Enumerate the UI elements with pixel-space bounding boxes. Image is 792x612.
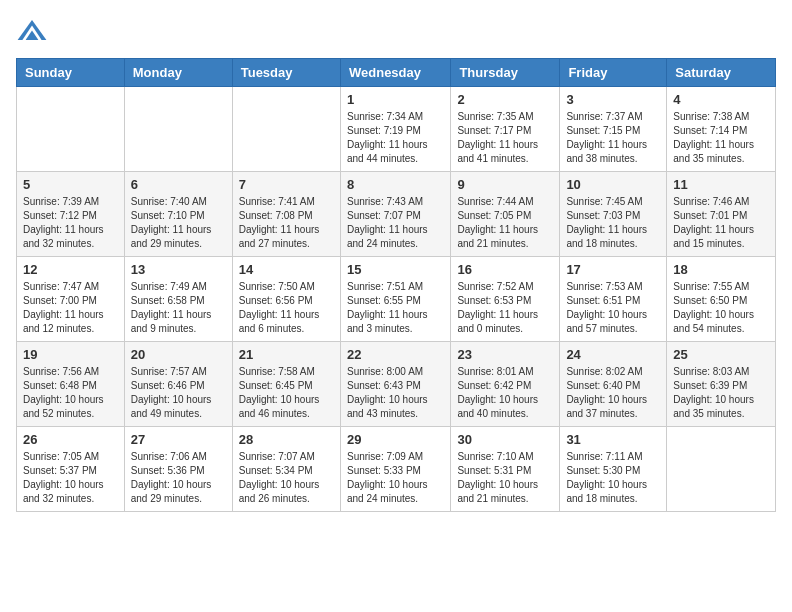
calendar-header-row: SundayMondayTuesdayWednesdayThursdayFrid…: [17, 59, 776, 87]
calendar-week-row: 12Sunrise: 7:47 AM Sunset: 7:00 PM Dayli…: [17, 257, 776, 342]
day-info: Sunrise: 8:01 AM Sunset: 6:42 PM Dayligh…: [457, 365, 553, 421]
day-info: Sunrise: 7:55 AM Sunset: 6:50 PM Dayligh…: [673, 280, 769, 336]
calendar-day-cell: 2Sunrise: 7:35 AM Sunset: 7:17 PM Daylig…: [451, 87, 560, 172]
day-info: Sunrise: 7:56 AM Sunset: 6:48 PM Dayligh…: [23, 365, 118, 421]
calendar-day-cell: 31Sunrise: 7:11 AM Sunset: 5:30 PM Dayli…: [560, 427, 667, 512]
day-number: 9: [457, 177, 553, 192]
calendar-day-cell: 15Sunrise: 7:51 AM Sunset: 6:55 PM Dayli…: [340, 257, 450, 342]
calendar-day-cell: 16Sunrise: 7:52 AM Sunset: 6:53 PM Dayli…: [451, 257, 560, 342]
calendar-day-cell: 20Sunrise: 7:57 AM Sunset: 6:46 PM Dayli…: [124, 342, 232, 427]
day-number: 8: [347, 177, 444, 192]
calendar-day-cell: 4Sunrise: 7:38 AM Sunset: 7:14 PM Daylig…: [667, 87, 776, 172]
calendar-day-cell: 7Sunrise: 7:41 AM Sunset: 7:08 PM Daylig…: [232, 172, 340, 257]
calendar-day-cell: 28Sunrise: 7:07 AM Sunset: 5:34 PM Dayli…: [232, 427, 340, 512]
calendar-empty-cell: [17, 87, 125, 172]
day-info: Sunrise: 7:50 AM Sunset: 6:56 PM Dayligh…: [239, 280, 334, 336]
day-number: 22: [347, 347, 444, 362]
calendar-day-cell: 27Sunrise: 7:06 AM Sunset: 5:36 PM Dayli…: [124, 427, 232, 512]
col-header-sunday: Sunday: [17, 59, 125, 87]
calendar-day-cell: 22Sunrise: 8:00 AM Sunset: 6:43 PM Dayli…: [340, 342, 450, 427]
col-header-friday: Friday: [560, 59, 667, 87]
calendar-day-cell: 17Sunrise: 7:53 AM Sunset: 6:51 PM Dayli…: [560, 257, 667, 342]
calendar-day-cell: 25Sunrise: 8:03 AM Sunset: 6:39 PM Dayli…: [667, 342, 776, 427]
day-number: 24: [566, 347, 660, 362]
day-number: 27: [131, 432, 226, 447]
day-info: Sunrise: 7:06 AM Sunset: 5:36 PM Dayligh…: [131, 450, 226, 506]
day-number: 25: [673, 347, 769, 362]
day-number: 10: [566, 177, 660, 192]
logo-icon: [16, 16, 48, 48]
day-number: 12: [23, 262, 118, 277]
day-info: Sunrise: 7:52 AM Sunset: 6:53 PM Dayligh…: [457, 280, 553, 336]
day-number: 1: [347, 92, 444, 107]
col-header-monday: Monday: [124, 59, 232, 87]
day-number: 7: [239, 177, 334, 192]
col-header-wednesday: Wednesday: [340, 59, 450, 87]
calendar-empty-cell: [667, 427, 776, 512]
day-number: 14: [239, 262, 334, 277]
calendar-day-cell: 18Sunrise: 7:55 AM Sunset: 6:50 PM Dayli…: [667, 257, 776, 342]
calendar-week-row: 1Sunrise: 7:34 AM Sunset: 7:19 PM Daylig…: [17, 87, 776, 172]
day-number: 15: [347, 262, 444, 277]
calendar-empty-cell: [124, 87, 232, 172]
calendar-day-cell: 8Sunrise: 7:43 AM Sunset: 7:07 PM Daylig…: [340, 172, 450, 257]
day-info: Sunrise: 7:38 AM Sunset: 7:14 PM Dayligh…: [673, 110, 769, 166]
day-number: 13: [131, 262, 226, 277]
day-info: Sunrise: 8:03 AM Sunset: 6:39 PM Dayligh…: [673, 365, 769, 421]
calendar-day-cell: 29Sunrise: 7:09 AM Sunset: 5:33 PM Dayli…: [340, 427, 450, 512]
calendar-day-cell: 24Sunrise: 8:02 AM Sunset: 6:40 PM Dayli…: [560, 342, 667, 427]
day-number: 3: [566, 92, 660, 107]
calendar-day-cell: 10Sunrise: 7:45 AM Sunset: 7:03 PM Dayli…: [560, 172, 667, 257]
calendar-week-row: 26Sunrise: 7:05 AM Sunset: 5:37 PM Dayli…: [17, 427, 776, 512]
calendar-day-cell: 21Sunrise: 7:58 AM Sunset: 6:45 PM Dayli…: [232, 342, 340, 427]
day-info: Sunrise: 7:46 AM Sunset: 7:01 PM Dayligh…: [673, 195, 769, 251]
calendar-empty-cell: [232, 87, 340, 172]
day-info: Sunrise: 7:07 AM Sunset: 5:34 PM Dayligh…: [239, 450, 334, 506]
day-number: 11: [673, 177, 769, 192]
day-number: 23: [457, 347, 553, 362]
day-info: Sunrise: 7:10 AM Sunset: 5:31 PM Dayligh…: [457, 450, 553, 506]
calendar-week-row: 19Sunrise: 7:56 AM Sunset: 6:48 PM Dayli…: [17, 342, 776, 427]
day-number: 5: [23, 177, 118, 192]
calendar-week-row: 5Sunrise: 7:39 AM Sunset: 7:12 PM Daylig…: [17, 172, 776, 257]
day-number: 29: [347, 432, 444, 447]
day-info: Sunrise: 7:44 AM Sunset: 7:05 PM Dayligh…: [457, 195, 553, 251]
calendar-day-cell: 5Sunrise: 7:39 AM Sunset: 7:12 PM Daylig…: [17, 172, 125, 257]
col-header-tuesday: Tuesday: [232, 59, 340, 87]
day-info: Sunrise: 7:11 AM Sunset: 5:30 PM Dayligh…: [566, 450, 660, 506]
calendar-day-cell: 26Sunrise: 7:05 AM Sunset: 5:37 PM Dayli…: [17, 427, 125, 512]
day-info: Sunrise: 7:09 AM Sunset: 5:33 PM Dayligh…: [347, 450, 444, 506]
page-header: [16, 16, 776, 48]
day-number: 17: [566, 262, 660, 277]
day-info: Sunrise: 7:58 AM Sunset: 6:45 PM Dayligh…: [239, 365, 334, 421]
day-info: Sunrise: 7:53 AM Sunset: 6:51 PM Dayligh…: [566, 280, 660, 336]
calendar-table: SundayMondayTuesdayWednesdayThursdayFrid…: [16, 58, 776, 512]
day-number: 21: [239, 347, 334, 362]
calendar-day-cell: 23Sunrise: 8:01 AM Sunset: 6:42 PM Dayli…: [451, 342, 560, 427]
calendar-day-cell: 1Sunrise: 7:34 AM Sunset: 7:19 PM Daylig…: [340, 87, 450, 172]
day-number: 16: [457, 262, 553, 277]
day-info: Sunrise: 7:41 AM Sunset: 7:08 PM Dayligh…: [239, 195, 334, 251]
day-info: Sunrise: 7:39 AM Sunset: 7:12 PM Dayligh…: [23, 195, 118, 251]
col-header-thursday: Thursday: [451, 59, 560, 87]
day-info: Sunrise: 8:02 AM Sunset: 6:40 PM Dayligh…: [566, 365, 660, 421]
day-info: Sunrise: 7:49 AM Sunset: 6:58 PM Dayligh…: [131, 280, 226, 336]
day-info: Sunrise: 8:00 AM Sunset: 6:43 PM Dayligh…: [347, 365, 444, 421]
day-info: Sunrise: 7:05 AM Sunset: 5:37 PM Dayligh…: [23, 450, 118, 506]
day-number: 18: [673, 262, 769, 277]
day-number: 2: [457, 92, 553, 107]
calendar-day-cell: 3Sunrise: 7:37 AM Sunset: 7:15 PM Daylig…: [560, 87, 667, 172]
calendar-day-cell: 12Sunrise: 7:47 AM Sunset: 7:00 PM Dayli…: [17, 257, 125, 342]
day-info: Sunrise: 7:45 AM Sunset: 7:03 PM Dayligh…: [566, 195, 660, 251]
calendar-day-cell: 6Sunrise: 7:40 AM Sunset: 7:10 PM Daylig…: [124, 172, 232, 257]
calendar-day-cell: 9Sunrise: 7:44 AM Sunset: 7:05 PM Daylig…: [451, 172, 560, 257]
calendar-day-cell: 11Sunrise: 7:46 AM Sunset: 7:01 PM Dayli…: [667, 172, 776, 257]
day-number: 26: [23, 432, 118, 447]
calendar-day-cell: 13Sunrise: 7:49 AM Sunset: 6:58 PM Dayli…: [124, 257, 232, 342]
day-number: 31: [566, 432, 660, 447]
day-info: Sunrise: 7:40 AM Sunset: 7:10 PM Dayligh…: [131, 195, 226, 251]
day-number: 6: [131, 177, 226, 192]
day-info: Sunrise: 7:34 AM Sunset: 7:19 PM Dayligh…: [347, 110, 444, 166]
day-info: Sunrise: 7:57 AM Sunset: 6:46 PM Dayligh…: [131, 365, 226, 421]
day-info: Sunrise: 7:47 AM Sunset: 7:00 PM Dayligh…: [23, 280, 118, 336]
